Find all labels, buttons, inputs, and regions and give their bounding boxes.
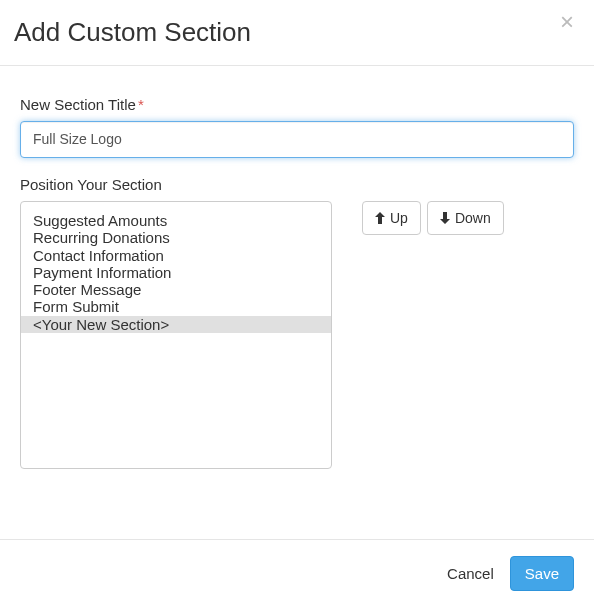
modal-title: Add Custom Section [14, 18, 251, 47]
section-item[interactable]: Suggested Amounts [21, 212, 331, 229]
move-up-label: Up [390, 209, 408, 227]
move-up-button[interactable]: Up [362, 201, 421, 235]
modal-footer: Cancel Save [0, 539, 594, 607]
section-title-label-text: New Section Title [20, 96, 136, 113]
modal-header: Add Custom Section × [0, 0, 594, 66]
move-down-button[interactable]: Down [427, 201, 504, 235]
section-item[interactable]: Recurring Donations [21, 229, 331, 246]
section-list[interactable]: Suggested AmountsRecurring DonationsCont… [20, 201, 332, 469]
section-item[interactable]: Contact Information [21, 247, 331, 264]
section-title-group: New Section Title* [20, 96, 574, 159]
close-icon: × [560, 8, 574, 35]
add-custom-section-modal: Add Custom Section × New Section Title* … [0, 0, 594, 607]
section-item[interactable]: <Your New Section> [21, 316, 331, 333]
section-item[interactable]: Payment Information [21, 264, 331, 281]
move-down-label: Down [455, 209, 491, 227]
position-section-group: Position Your Section Suggested AmountsR… [20, 176, 574, 469]
reorder-buttons: Up Down [362, 201, 504, 235]
section-title-label: New Section Title* [20, 96, 574, 113]
arrow-up-icon [375, 212, 385, 224]
section-item[interactable]: Form Submit [21, 298, 331, 315]
arrow-down-icon [440, 212, 450, 224]
required-indicator: * [138, 96, 144, 113]
cancel-button[interactable]: Cancel [447, 565, 494, 582]
section-item[interactable]: Footer Message [21, 281, 331, 298]
position-label: Position Your Section [20, 176, 574, 193]
section-title-input[interactable] [20, 121, 574, 159]
save-button[interactable]: Save [510, 556, 574, 591]
modal-body: New Section Title* Position Your Section… [0, 66, 594, 539]
close-button[interactable]: × [560, 12, 574, 31]
position-row: Suggested AmountsRecurring DonationsCont… [20, 201, 574, 469]
